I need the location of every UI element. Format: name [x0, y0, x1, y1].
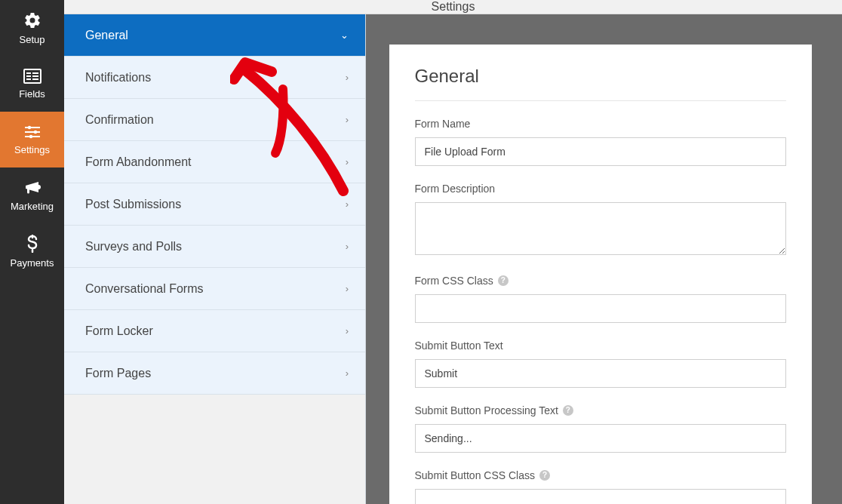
settings-item-label: Conversational Forms	[85, 282, 204, 296]
settings-item-label: Post Submissions	[85, 198, 181, 211]
settings-panel: General Form Name Form Description Form …	[389, 45, 812, 504]
field-submit-css: Submit Button CSS Class ?	[415, 469, 786, 504]
settings-item-label: Confirmation	[85, 113, 154, 127]
svg-rect-1	[26, 72, 31, 74]
settings-item-post-submissions[interactable]: Post Submissions ›	[64, 183, 365, 226]
svg-point-8	[27, 125, 30, 128]
field-submit-text: Submit Button Text	[415, 340, 786, 388]
rail-item-label: Settings	[14, 144, 50, 155]
settings-item-general[interactable]: General ⌄	[64, 14, 365, 57]
form-description-textarea[interactable]	[415, 202, 786, 255]
rail-item-settings[interactable]: Settings	[0, 112, 64, 167]
settings-item-label: Form Locker	[85, 324, 153, 338]
settings-item-label: Form Abandonment	[85, 155, 192, 169]
field-submit-processing: Submit Button Processing Text ?	[415, 404, 786, 453]
settings-sidebar: General ⌄ Notifications › Confirmation ›…	[64, 14, 366, 504]
field-form-name: Form Name	[415, 118, 786, 166]
rail-item-setup[interactable]: Setup	[0, 0, 64, 56]
page-header: Settings	[64, 0, 842, 14]
settings-item-label: Form Pages	[85, 367, 151, 380]
settings-item-label: General	[85, 29, 128, 42]
rail-item-marketing[interactable]: Marketing	[0, 167, 64, 223]
chevron-right-icon: ›	[346, 367, 349, 379]
gear-icon	[23, 11, 41, 29]
chevron-right-icon: ›	[346, 325, 349, 337]
svg-point-12	[29, 134, 32, 137]
submit-css-input[interactable]	[415, 489, 786, 504]
settings-item-abandonment[interactable]: Form Abandonment ›	[64, 141, 365, 183]
chevron-right-icon: ›	[346, 198, 349, 210]
rail-item-payments[interactable]: Payments	[0, 223, 64, 279]
chevron-down-icon: ⌄	[340, 29, 349, 41]
page-title: Settings	[432, 0, 475, 14]
form-desc-label: Form Description	[415, 183, 786, 195]
chevron-right-icon: ›	[346, 283, 349, 294]
settings-item-label: Notifications	[85, 71, 151, 85]
body: General ⌄ Notifications › Confirmation ›…	[64, 14, 842, 504]
rail-item-fields[interactable]: Fields	[0, 56, 64, 112]
svg-rect-3	[26, 78, 31, 80]
settings-item-notifications[interactable]: Notifications ›	[64, 57, 365, 99]
svg-rect-5	[32, 75, 38, 77]
rail-item-label: Setup	[20, 34, 45, 45]
settings-item-surveys[interactable]: Surveys and Polls ›	[64, 226, 365, 268]
svg-rect-2	[26, 75, 31, 77]
settings-item-confirmation[interactable]: Confirmation ›	[64, 99, 365, 141]
chevron-right-icon: ›	[346, 72, 349, 83]
submit-processing-input[interactable]	[415, 424, 786, 453]
dollar-icon	[26, 235, 38, 253]
panel-title: General	[415, 66, 786, 101]
help-icon[interactable]: ?	[539, 470, 550, 481]
settings-item-label: Surveys and Polls	[85, 240, 182, 254]
form-name-label: Form Name	[415, 118, 786, 130]
fields-icon	[23, 69, 41, 84]
submit-text-label: Submit Button Text	[415, 340, 786, 352]
settings-item-form-locker[interactable]: Form Locker ›	[64, 310, 365, 352]
chevron-right-icon: ›	[346, 156, 349, 167]
field-form-description: Form Description	[415, 183, 786, 258]
submit-text-input[interactable]	[415, 359, 786, 388]
svg-rect-4	[32, 72, 38, 74]
settings-item-conversational[interactable]: Conversational Forms ›	[64, 268, 365, 310]
bullhorn-icon	[23, 180, 41, 196]
main-area: Settings General ⌄ Notifications › Confi…	[64, 0, 842, 504]
left-rail: Setup Fields Settings Marketing Payments	[0, 0, 64, 504]
rail-item-label: Fields	[19, 88, 45, 100]
field-form-css: Form CSS Class ?	[415, 275, 786, 323]
submit-css-label: Submit Button CSS Class	[415, 469, 536, 481]
rail-item-label: Marketing	[11, 201, 54, 212]
help-icon[interactable]: ?	[563, 405, 573, 416]
sliders-icon	[23, 124, 41, 140]
svg-point-10	[33, 130, 36, 133]
app-root: Setup Fields Settings Marketing Payments	[0, 0, 842, 504]
svg-rect-6	[32, 78, 38, 80]
form-css-input[interactable]	[415, 294, 786, 323]
help-icon[interactable]: ?	[498, 275, 509, 286]
settings-item-form-pages[interactable]: Form Pages ›	[64, 352, 365, 395]
panel-area: General Form Name Form Description Form …	[366, 14, 842, 504]
chevron-right-icon: ›	[346, 114, 349, 125]
submit-processing-label: Submit Button Processing Text	[415, 404, 558, 416]
rail-item-label: Payments	[11, 257, 54, 269]
form-name-input[interactable]	[415, 137, 786, 166]
form-css-label: Form CSS Class	[415, 275, 493, 287]
sidebar-filler	[64, 395, 365, 504]
chevron-right-icon: ›	[346, 241, 349, 252]
